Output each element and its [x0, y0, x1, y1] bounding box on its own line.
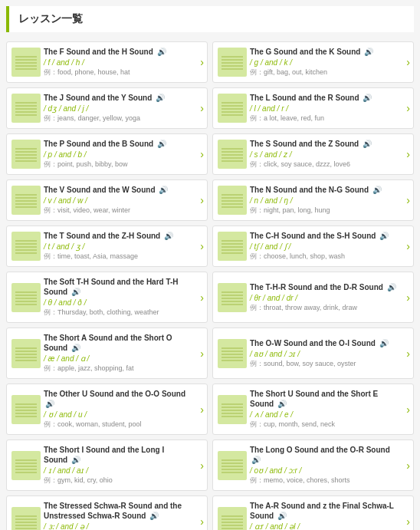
lesson-card[interactable]: The P Sound and the B Sound 🔊 / p / and … [6, 133, 208, 175]
lesson-card[interactable]: The T Sound and the Z-H Sound 🔊 / t / an… [6, 225, 208, 267]
sound-icon[interactable]: 🔊 [372, 186, 382, 194]
card-example: 例：click, soy sauce, dzzz, love6 [250, 160, 396, 170]
sound-icon[interactable]: 🔊 [277, 512, 287, 520]
card-title: The Soft T-H Sound and the Hard T-H Soun… [44, 277, 190, 297]
sound-icon[interactable]: 🔊 [387, 283, 396, 291]
sound-icon[interactable]: 🔊 [363, 140, 372, 148]
lesson-card[interactable]: The Short U Sound and the Short E Sound … [212, 384, 414, 435]
chevron-right-icon: › [406, 194, 410, 206]
card-title: The J Sound and the Y Sound 🔊 [44, 93, 190, 103]
chevron-right-icon: › [200, 56, 204, 68]
card-thumbnail [11, 339, 41, 368]
lesson-card[interactable]: The G Sound and the K Sound 🔊 / g / and … [212, 41, 414, 83]
card-thumbnail [218, 94, 247, 123]
chevron-right-icon: › [406, 148, 410, 160]
chevron-right-icon: › [200, 403, 204, 416]
card-title: The S Sound and the Z Sound 🔊 [250, 139, 396, 149]
card-example: 例：Thursday, both, clothing, weather [44, 308, 190, 318]
card-title: The Short I Sound and the Long I Sound 🔊 [44, 445, 190, 465]
example-label: 例： [250, 160, 264, 168]
card-phonetic: / tʃ / and / ʃ / [250, 242, 396, 251]
lesson-card[interactable]: The N Sound and the N-G Sound 🔊 / n / an… [212, 179, 414, 221]
chevron-right-icon: › [406, 459, 410, 472]
lesson-card[interactable]: The Stressed Schwa-R Sound and the Unstr… [6, 495, 208, 530]
chevron-right-icon: › [406, 291, 410, 304]
card-title: The Other U Sound and the O-O Sound 🔊 [44, 389, 190, 409]
card-thumbnail [218, 48, 247, 77]
sound-icon[interactable]: 🔊 [156, 94, 165, 102]
sound-icon[interactable]: 🔊 [364, 48, 373, 56]
lesson-card[interactable]: The J Sound and the Y Sound 🔊 / dʒ / and… [6, 87, 208, 129]
card-phonetic: / p / and / b / [44, 150, 190, 159]
example-label: 例： [44, 476, 57, 484]
card-example: 例：food, phone, house, hat [44, 67, 190, 77]
card-phonetic: / ʌ / and / e / [250, 410, 396, 419]
lesson-card[interactable]: The T-H-R Sound and the D-R Sound 🔊 / θr… [212, 272, 414, 323]
card-example: 例：cook, woman, student, pool [44, 420, 190, 430]
card-thumbnail [218, 186, 247, 215]
card-title: The Stressed Schwa-R Sound and the Unstr… [44, 501, 190, 521]
card-example: 例：point, push, bibby, bow [44, 160, 190, 170]
sound-icon[interactable]: 🔊 [71, 288, 80, 296]
chevron-right-icon: › [406, 56, 410, 68]
lesson-card[interactable]: The O-W Sound and the O-I Sound 🔊 / aʊ /… [212, 328, 414, 379]
card-title: The P Sound and the B Sound 🔊 [44, 139, 190, 149]
example-label: 例： [44, 114, 57, 122]
card-phonetic: / ɪ / and / aɪ / [44, 466, 190, 475]
card-phonetic: / s / and / z / [250, 150, 396, 159]
card-example: 例：night, pan, long, hung [250, 206, 396, 216]
sound-icon[interactable]: 🔊 [149, 512, 159, 520]
lesson-card[interactable]: The Long O Sound and the O-R Sound 🔊 / o… [212, 439, 414, 491]
sound-icon[interactable]: 🔊 [71, 456, 80, 464]
sound-icon[interactable]: 🔊 [157, 48, 166, 56]
example-label: 例： [44, 420, 57, 428]
chevron-right-icon: › [406, 403, 410, 416]
lesson-card[interactable]: The Other U Sound and the O-O Sound 🔊 / … [6, 384, 208, 435]
sound-icon[interactable]: 🔊 [45, 400, 54, 408]
sound-icon[interactable]: 🔊 [363, 94, 372, 102]
sound-icon[interactable]: 🔊 [379, 339, 389, 347]
page-title: レッスン一覧 [6, 6, 414, 32]
card-phonetic: / f / and / h / [44, 58, 190, 67]
lesson-grid: The F Sound and the H Sound 🔊 / f / and … [0, 38, 420, 530]
sound-icon[interactable]: 🔊 [71, 344, 80, 352]
lesson-card[interactable]: The Soft T-H Sound and the Hard T-H Soun… [6, 272, 208, 323]
sound-icon[interactable]: 🔊 [159, 186, 168, 194]
sound-icon[interactable]: 🔊 [277, 400, 287, 408]
chevron-right-icon: › [200, 148, 204, 160]
card-phonetic: / g / and / k / [250, 58, 396, 67]
lesson-card[interactable]: The L Sound and the R Sound 🔊 / l / and … [212, 87, 414, 129]
card-phonetic: / ʊ / and / u / [44, 410, 190, 419]
card-thumbnail [218, 339, 247, 368]
lesson-card[interactable]: The Short A Sound and the Short O Sound … [6, 328, 208, 379]
card-thumbnail [11, 140, 41, 169]
card-phonetic: / v / and / w / [44, 196, 190, 205]
lesson-card[interactable]: The V Sound and the W Sound 🔊 / v / and … [6, 179, 208, 221]
lesson-card[interactable]: The C-H Sound and the S-H Sound 🔊 / tʃ /… [212, 225, 414, 267]
chevron-right-icon: › [200, 240, 204, 252]
example-label: 例： [44, 68, 57, 76]
card-phonetic: / aʊ / and / ɔɪ / [250, 350, 396, 358]
card-title: The L Sound and the R Sound 🔊 [250, 93, 396, 103]
card-phonetic: / θr / and / dr / [250, 294, 396, 302]
lesson-card[interactable]: The S Sound and the Z Sound 🔊 / s / and … [212, 133, 414, 175]
card-example: 例：visit, video, wear, winter [44, 206, 190, 216]
card-title: The G Sound and the K Sound 🔊 [250, 47, 396, 57]
card-thumbnail [218, 395, 247, 424]
sound-icon[interactable]: 🔊 [379, 232, 389, 240]
card-example: 例：choose, lunch, shop, wash [250, 252, 396, 262]
card-thumbnail [218, 451, 247, 480]
sound-icon[interactable]: 🔊 [251, 456, 261, 464]
example-label: 例： [250, 360, 264, 367]
chevron-right-icon: › [406, 102, 410, 114]
card-phonetic: / æ / and / ɑ / [44, 354, 190, 363]
sound-icon[interactable]: 🔊 [164, 232, 173, 240]
sound-icon[interactable]: 🔊 [157, 140, 166, 148]
card-thumbnail [11, 507, 41, 531]
lesson-card[interactable]: The Short I Sound and the Long I Sound 🔊… [6, 439, 208, 491]
chevron-right-icon: › [406, 515, 410, 528]
lesson-card[interactable]: The A-R Sound and z the Final Schwa-L So… [212, 495, 414, 530]
card-title: The Short A Sound and the Short O Sound … [44, 333, 190, 353]
chevron-right-icon: › [406, 347, 410, 360]
lesson-card[interactable]: The F Sound and the H Sound 🔊 / f / and … [6, 41, 208, 83]
